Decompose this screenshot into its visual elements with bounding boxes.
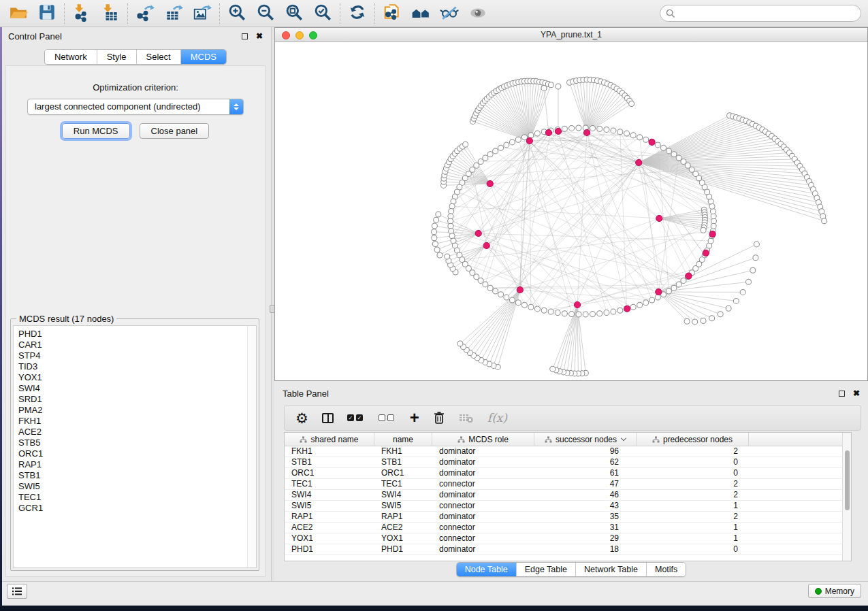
table-settings-gear-icon[interactable]: ⚙: [295, 409, 308, 427]
mcds-result-item[interactable]: PMA2: [18, 405, 256, 416]
mcds-result-item[interactable]: CAR1: [18, 340, 256, 350]
table-row[interactable]: ACE2ACE2connector311: [285, 523, 851, 533]
select-all-rows-icon[interactable]: ✓✓: [347, 409, 365, 427]
export-network-button[interactable]: [131, 2, 159, 25]
task-history-button[interactable]: [7, 584, 27, 599]
float-panel-icon[interactable]: [242, 33, 248, 39]
mcds-hub-node[interactable]: [487, 180, 493, 186]
mcds-hub-node[interactable]: [555, 128, 561, 134]
mcds-hub-node[interactable]: [636, 159, 642, 165]
mcds-hub-node[interactable]: [709, 231, 716, 237]
mcds-hub-node[interactable]: [686, 273, 692, 279]
show-columns-icon[interactable]: [322, 409, 334, 427]
mcds-hub-node[interactable]: [545, 129, 551, 135]
new-network-from-selection-button[interactable]: [378, 2, 406, 25]
mcds-hub-node[interactable]: [574, 301, 580, 308]
delete-column-icon[interactable]: [433, 409, 445, 427]
mcds-hub-node[interactable]: [517, 286, 523, 293]
close-panel-button[interactable]: Close panel: [140, 123, 210, 139]
mcds-hub-node[interactable]: [624, 306, 630, 312]
tab-network-table[interactable]: Network Table: [576, 563, 647, 576]
network-canvas[interactable]: [275, 42, 867, 380]
table-row[interactable]: PHD1PHD1dominator180: [285, 544, 851, 555]
open-button[interactable]: [4, 2, 33, 25]
mcds-result-item[interactable]: ORC1: [18, 448, 256, 459]
window-zoom-icon[interactable]: [309, 31, 317, 39]
first-neighbors-button[interactable]: [406, 2, 435, 25]
tab-select[interactable]: Select: [137, 50, 181, 64]
mcds-result-item[interactable]: FKH1: [18, 416, 256, 427]
import-table-button[interactable]: [96, 2, 125, 25]
table-scrollbar[interactable]: [842, 433, 851, 561]
mcds-hub-node[interactable]: [475, 230, 481, 236]
table-row[interactable]: RAP1RAP1dominator352: [285, 512, 851, 523]
tab-network[interactable]: Network: [45, 50, 97, 64]
mcds-hub-node[interactable]: [703, 250, 709, 256]
tab-style[interactable]: Style: [97, 50, 137, 64]
table-scrollbar-thumb[interactable]: [845, 450, 850, 510]
mcds-result-item[interactable]: STB5: [18, 437, 256, 448]
column-header-shared-name[interactable]: shared name: [285, 433, 374, 446]
mcds-result-item[interactable]: TEC1: [18, 492, 256, 503]
mcds-result-item[interactable]: SWI4: [18, 383, 256, 394]
table-row[interactable]: SWI4SWI4dominator462: [285, 490, 851, 501]
table-row[interactable]: YOX1YOX1connector291: [285, 533, 851, 544]
zoom-selected-button[interactable]: [308, 2, 337, 25]
mcds-result-item[interactable]: SWI5: [18, 481, 256, 492]
window-close-icon[interactable]: [282, 31, 290, 39]
memory-button[interactable]: Memory: [808, 584, 861, 598]
mcds-result-item[interactable]: ACE2: [18, 427, 256, 437]
graphics-details-button[interactable]: [464, 2, 492, 25]
column-header-MCDS-role[interactable]: MCDS role: [432, 433, 534, 446]
mcds-result-item[interactable]: STP4: [18, 350, 256, 361]
import-network-button[interactable]: [67, 2, 96, 25]
mcds-hub-node[interactable]: [526, 137, 532, 144]
mcds-result-item[interactable]: YOX1: [18, 372, 256, 383]
hide-selected-button[interactable]: [435, 2, 464, 25]
mcds-result-item[interactable]: RAP1: [18, 459, 256, 470]
apply-layout-button[interactable]: [343, 2, 372, 25]
mcds-result-list[interactable]: PHD1CAR1STP4TID3YOX1SWI4SRD1PMA2FKH1ACE2…: [13, 325, 257, 568]
table-row[interactable]: TEC1TEC1connector472: [285, 479, 851, 490]
mcds-hub-node[interactable]: [583, 129, 590, 135]
window-minimize-icon[interactable]: [295, 31, 304, 39]
mcds-result-item[interactable]: GCR1: [18, 503, 256, 514]
network-window-titlebar[interactable]: YPA_prune.txt_1: [275, 28, 867, 42]
close-table-panel-icon[interactable]: ✖: [853, 389, 860, 397]
search-box[interactable]: [660, 5, 861, 22]
deselect-all-rows-icon[interactable]: [379, 409, 396, 427]
tab-mcds[interactable]: MCDS: [181, 50, 226, 64]
mcds-result-item[interactable]: SRD1: [18, 394, 256, 405]
save-button[interactable]: [33, 2, 61, 25]
export-image-button[interactable]: [188, 2, 216, 25]
table-row[interactable]: FKH1FKH1dominator962: [285, 446, 851, 457]
tab-node-table[interactable]: Node Table: [457, 563, 517, 576]
export-table-button[interactable]: [159, 2, 188, 25]
run-mcds-button[interactable]: Run MCDS: [62, 123, 130, 139]
mcds-result-item[interactable]: PHD1: [18, 329, 256, 340]
tab-edge-table[interactable]: Edge Table: [517, 563, 576, 576]
mcds-result-item[interactable]: TID3: [18, 361, 256, 372]
mcds-hub-node[interactable]: [656, 288, 662, 295]
mcds-result-item[interactable]: STB1: [18, 470, 256, 481]
float-table-panel-icon[interactable]: [839, 391, 845, 397]
close-panel-icon[interactable]: ✖: [256, 32, 263, 40]
column-header-successor-nodes[interactable]: successor nodes: [534, 433, 637, 446]
zoom-fit-button[interactable]: [280, 2, 308, 25]
criterion-select[interactable]: largest connected component (undirected): [27, 99, 244, 115]
zoom-in-button[interactable]: [223, 2, 251, 25]
table-row[interactable]: SWI5SWI5connector431: [285, 501, 851, 512]
search-input[interactable]: [679, 9, 855, 18]
add-column-icon[interactable]: +: [410, 409, 419, 427]
tab-motifs[interactable]: Motifs: [647, 563, 686, 576]
network-graph[interactable]: [275, 42, 867, 380]
table-row[interactable]: ORC1ORC1dominator610: [285, 468, 851, 479]
mcds-hub-node[interactable]: [483, 242, 489, 248]
mcds-hub-node[interactable]: [649, 139, 655, 145]
mcds-hub-node[interactable]: [656, 215, 662, 221]
column-menu-chevron-icon[interactable]: [621, 435, 626, 441]
table-row[interactable]: STB1STB1dominator620: [285, 457, 851, 468]
column-header-name[interactable]: name: [374, 433, 432, 446]
zoom-out-button[interactable]: [251, 2, 280, 25]
mcds-list-scrollbar[interactable]: [247, 326, 256, 567]
